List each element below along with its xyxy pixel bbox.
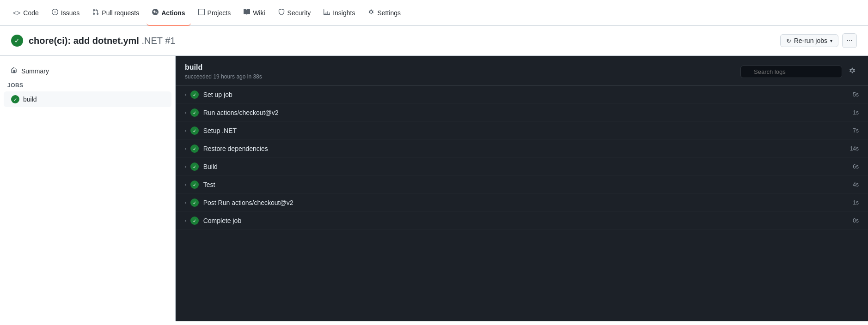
issues-icon: [52, 9, 58, 17]
step-duration: 7s: [853, 127, 859, 134]
actions-icon: [152, 9, 159, 17]
security-icon: [278, 9, 285, 17]
step-row-restore-deps[interactable]: › ✓ Restore dependencies 14s: [176, 140, 868, 158]
steps-list: › ✓ Set up job 5s › ✓ Run actions/checko…: [176, 86, 868, 321]
step-row-complete-job[interactable]: › ✓ Complete job 0s: [176, 212, 868, 230]
page-title-suffix: .NET #1: [141, 36, 175, 46]
step-success-icon: ✓: [190, 144, 199, 153]
step-name: Test: [203, 181, 846, 188]
rerun-label: Re-run jobs: [794, 37, 827, 44]
step-row-build[interactable]: › ✓ Build 6s: [176, 158, 868, 176]
sidebar-jobs-section-label: Jobs: [0, 78, 175, 90]
more-options-button[interactable]: ···: [842, 33, 857, 48]
step-chevron-icon: ›: [185, 182, 187, 187]
step-chevron-icon: ›: [185, 92, 187, 97]
sidebar-job-build[interactable]: ✓ build: [4, 91, 171, 107]
step-row-set-up-job[interactable]: › ✓ Set up job 5s: [176, 86, 868, 104]
build-header: build succeeded 19 hours ago in 38s: [176, 56, 868, 86]
nav-label-projects: Projects: [208, 9, 231, 17]
step-name: Restore dependencies: [203, 145, 843, 152]
content-area: build succeeded 19 hours ago in 38s: [176, 56, 868, 321]
step-row-post-run-checkout[interactable]: › ✓ Post Run actions/checkout@v2 1s: [176, 194, 868, 212]
build-header-actions: [740, 65, 859, 78]
step-success-icon: ✓: [190, 199, 199, 207]
nav-item-insights[interactable]: Insights: [318, 0, 361, 26]
rerun-chevron-icon: ▾: [830, 38, 832, 43]
step-name: Run actions/checkout@v2: [203, 109, 846, 116]
step-duration: 4s: [853, 181, 859, 188]
nav-item-projects[interactable]: Projects: [193, 0, 237, 26]
gear-icon: [849, 67, 856, 77]
nav-label-security: Security: [287, 9, 311, 17]
nav-label-wiki: Wiki: [253, 9, 265, 17]
step-chevron-icon: ›: [185, 164, 187, 169]
page-title: chore(ci): add dotnet.yml .NET #1: [29, 36, 175, 46]
code-icon: <>: [13, 9, 20, 17]
projects-icon: [198, 9, 205, 17]
step-duration: 5s: [853, 91, 859, 98]
build-subtitle: succeeded 19 hours ago in 38s: [185, 73, 262, 80]
step-duration: 14s: [850, 145, 859, 152]
step-duration: 6s: [853, 163, 859, 170]
rerun-icon: ↻: [786, 37, 791, 44]
page-title-main: chore(ci): add dotnet.yml: [29, 36, 139, 46]
nav-label-insights: Insights: [333, 9, 355, 17]
rerun-jobs-button[interactable]: ↻ Re-run jobs ▾: [780, 34, 838, 47]
step-success-icon: ✓: [190, 217, 199, 225]
step-chevron-icon: ›: [185, 200, 187, 205]
sidebar: Summary Jobs ✓ build: [0, 56, 176, 321]
top-nav: <> Code Issues Pull requests Actions Pro…: [0, 0, 868, 26]
page-header-left: ✓ chore(ci): add dotnet.yml .NET #1: [11, 35, 175, 47]
workflow-success-icon: ✓: [11, 35, 23, 47]
step-name: Post Run actions/checkout@v2: [203, 199, 846, 206]
step-name: Setup .NET: [203, 127, 846, 134]
job-success-icon: ✓: [11, 95, 19, 103]
sidebar-summary-item[interactable]: Summary: [4, 63, 171, 78]
page-header: ✓ chore(ci): add dotnet.yml .NET #1 ↻ Re…: [0, 26, 868, 56]
more-icon: ···: [846, 36, 852, 45]
house-icon: [11, 67, 18, 75]
step-chevron-icon: ›: [185, 110, 187, 115]
step-chevron-icon: ›: [185, 146, 187, 151]
nav-label-issues: Issues: [61, 9, 79, 17]
step-row-test[interactable]: › ✓ Test 4s: [176, 176, 868, 194]
header-actions: ↻ Re-run jobs ▾ ···: [780, 33, 857, 48]
step-success-icon: ✓: [190, 162, 199, 171]
step-success-icon: ✓: [190, 181, 199, 189]
step-chevron-icon: ›: [185, 218, 187, 223]
nav-item-settings[interactable]: Settings: [362, 0, 406, 26]
step-name: Set up job: [203, 91, 846, 98]
step-row-setup-dotnet[interactable]: › ✓ Setup .NET 7s: [176, 122, 868, 140]
logs-settings-button[interactable]: [846, 65, 859, 78]
settings-icon: [368, 9, 374, 17]
step-success-icon: ✓: [190, 126, 199, 135]
step-name: Build: [203, 163, 846, 170]
step-success-icon: ✓: [190, 90, 199, 99]
step-chevron-icon: ›: [185, 128, 187, 133]
main-layout: Summary Jobs ✓ build build succeeded 19 …: [0, 56, 868, 321]
build-title: build: [185, 63, 262, 72]
nav-item-actions[interactable]: Actions: [147, 0, 190, 26]
nav-label-code: Code: [23, 9, 38, 17]
nav-label-actions: Actions: [161, 9, 185, 17]
sidebar-job-build-label: build: [23, 96, 37, 103]
nav-item-wiki[interactable]: Wiki: [238, 0, 270, 26]
step-name: Complete job: [203, 217, 846, 224]
sidebar-summary-label: Summary: [21, 67, 49, 75]
step-duration: 1s: [853, 109, 859, 116]
step-duration: 1s: [853, 199, 859, 206]
build-header-info: build succeeded 19 hours ago in 38s: [185, 63, 262, 80]
nav-item-issues[interactable]: Issues: [46, 0, 85, 26]
pull-requests-icon: [92, 9, 99, 17]
insights-icon: [324, 9, 330, 17]
search-logs-input[interactable]: [740, 66, 842, 78]
nav-item-code[interactable]: <> Code: [7, 0, 44, 26]
search-logs-wrapper: [740, 66, 842, 78]
step-row-run-checkout[interactable]: › ✓ Run actions/checkout@v2 1s: [176, 104, 868, 122]
step-success-icon: ✓: [190, 108, 199, 117]
nav-item-security[interactable]: Security: [273, 0, 317, 26]
wiki-icon: [244, 9, 250, 17]
nav-label-settings: Settings: [377, 9, 401, 17]
step-duration: 0s: [853, 217, 859, 224]
nav-item-pull-requests[interactable]: Pull requests: [87, 0, 145, 26]
